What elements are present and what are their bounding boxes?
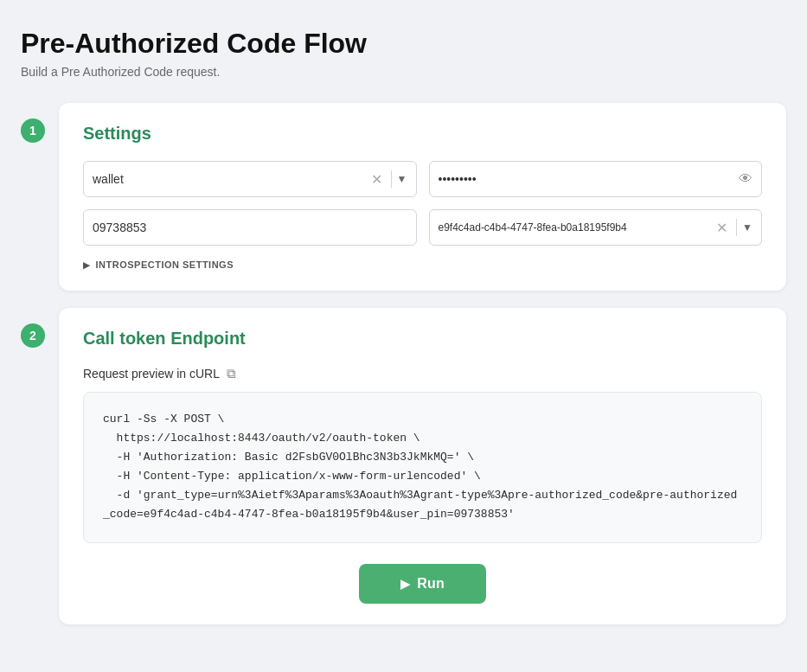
settings-title: Settings (83, 124, 762, 144)
password-input[interactable] (439, 172, 740, 186)
introspection-toggle[interactable]: ▶ INTROSPECTION SETTINGS (83, 259, 762, 270)
page-title: Pre-Authorized Code Flow (21, 28, 786, 60)
page-subtitle: Build a Pre Authorized Code request. (21, 65, 786, 79)
endpoint-card: Call token Endpoint Request preview in c… (59, 308, 786, 624)
settings-grid: ✕ ▼ 👁 ✕ ▼ (83, 161, 762, 246)
password-input-wrapper[interactable]: 👁 (429, 161, 763, 197)
divider (391, 170, 392, 188)
step-2-badge: 2 (21, 323, 45, 348)
code-input[interactable] (439, 221, 717, 234)
introspection-arrow-icon: ▶ (83, 260, 91, 270)
curl-label: Request preview in cURL (83, 367, 220, 381)
code-block: curl -Ss -X POST \ https://localhost:844… (83, 392, 762, 543)
endpoint-title: Call token Endpoint (83, 329, 762, 349)
run-button[interactable]: ▶ Run (359, 564, 486, 604)
step-2-section: 2 Call token Endpoint Request preview in… (21, 308, 786, 624)
play-icon: ▶ (400, 577, 410, 591)
wallet-input-wrapper[interactable]: ✕ ▼ (83, 161, 417, 197)
eye-icon[interactable]: 👁 (739, 171, 753, 187)
step-1-section: 1 Settings ✕ ▼ 👁 ✕ (21, 103, 786, 291)
wallet-input[interactable] (93, 172, 371, 186)
code-input-wrapper[interactable]: ✕ ▼ (429, 209, 763, 246)
settings-card: Settings ✕ ▼ 👁 ✕ ▼ (59, 103, 786, 291)
pin-input[interactable] (93, 221, 407, 234)
introspection-label: INTROSPECTION SETTINGS (96, 259, 234, 270)
pin-input-wrapper[interactable] (83, 209, 417, 246)
curl-label-row: Request preview in cURL ⧉ (83, 366, 762, 381)
copy-icon[interactable]: ⧉ (227, 366, 236, 381)
code-clear-icon[interactable]: ✕ (716, 220, 727, 236)
step-1-badge: 1 (21, 118, 45, 143)
wallet-chevron-icon[interactable]: ▼ (397, 173, 407, 185)
run-btn-wrapper: ▶ Run (83, 564, 762, 604)
divider2 (736, 219, 737, 236)
wallet-clear-icon[interactable]: ✕ (371, 171, 382, 188)
code-chevron-icon[interactable]: ▼ (742, 221, 753, 234)
run-label: Run (417, 576, 445, 592)
